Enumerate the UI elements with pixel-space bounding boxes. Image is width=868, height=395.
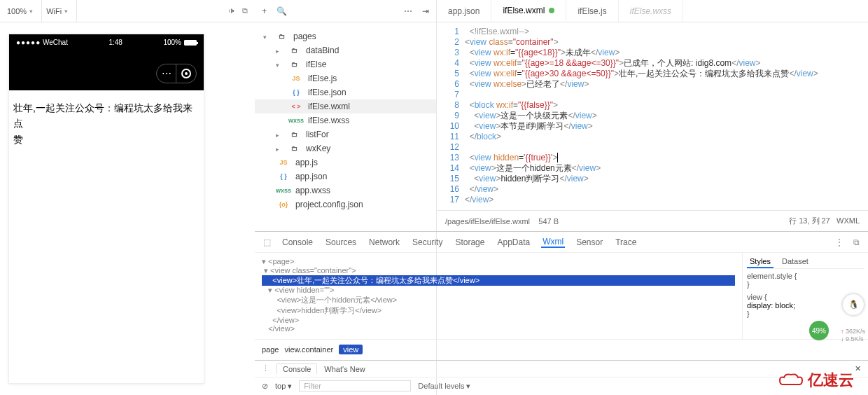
capsule-menu[interactable]: ⋯ [156, 64, 197, 83]
folder-wxkey[interactable]: 🗀wxKey [255, 141, 436, 155]
tab-ifelse-wxml[interactable]: ifElse.wxml [491, 0, 566, 22]
inspect-icon[interactable]: ⬚ [263, 237, 271, 247]
signal-icon: ●●●●● [16, 39, 41, 46]
dock-icon[interactable]: ⧉ [853, 237, 860, 247]
chevron-down-icon: ▾ [29, 8, 33, 15]
breadcrumb: page view.container view [255, 339, 868, 359]
battery-icon [184, 40, 197, 46]
file-app-wxss[interactable]: wxssapp.wxss [255, 183, 436, 198]
simulator-toolbar: 100%▾ WiFi▾ 🕩 ⧉ [0, 0, 255, 22]
tab-ifelse-wxss[interactable]: ifElse.wxss [619, 0, 683, 22]
folder-icon: 🗀 [286, 145, 302, 152]
phone-statusbar: ●●●●● WeChat 1:48 100% ⋯ [9, 34, 204, 90]
mute-icon[interactable]: 🕩 [227, 6, 235, 15]
folder-icon: 🗀 [286, 131, 302, 138]
console-tab[interactable]: Console [276, 363, 317, 374]
scope-select[interactable]: top ▾ [275, 382, 292, 391]
modified-dot-icon [549, 8, 554, 13]
tab-sources[interactable]: Sources [324, 237, 358, 247]
new-file-icon[interactable]: + [262, 6, 267, 16]
tab-sensor[interactable]: Sensor [575, 237, 604, 247]
file-app-json[interactable]: { }app.json [255, 169, 436, 183]
tab-ifelse-js[interactable]: ifElse.js [566, 0, 618, 22]
json-icon: { } [288, 89, 304, 96]
editor-tabs: app.json ifElse.wxml ifElse.js ifElse.wx… [437, 0, 868, 22]
watermark-logo: 亿速云 [777, 370, 854, 391]
dom-tree[interactable]: ▾ <page> ▾ <view class="container"> <vie… [255, 253, 742, 339]
close-icon[interactable]: ✕ [855, 364, 861, 373]
battery-label: 100% [163, 39, 181, 46]
tab-app-json[interactable]: app.json [437, 0, 491, 22]
devtools-panel: ⬚ Console Sources Network Security Stora… [255, 231, 868, 360]
wxss-icon: wxss [288, 117, 304, 124]
phone-preview: ●●●●● WeChat 1:48 100% ⋯ 壮年,一起关注公众号：编程坑太… [8, 34, 204, 384]
rotate-icon[interactable]: ⧉ [242, 6, 248, 15]
chevron-down-icon: ▾ [64, 8, 68, 15]
crumb-page[interactable]: page [262, 345, 279, 354]
code-editor: app.json ifElse.wxml ifElse.js ifElse.wx… [437, 0, 868, 231]
wxml-icon: < > [288, 103, 304, 110]
crumb-container[interactable]: view.container [284, 345, 333, 354]
code-area[interactable]: 1234567891011121314151617 <!ifElse.wxml-… [437, 22, 868, 205]
file-ifelse-wxss[interactable]: wxssifElse.wxss [255, 113, 436, 127]
zoom-select[interactable]: 100%▾ [7, 0, 42, 22]
file-project-config[interactable]: {o}project.config.json [255, 198, 436, 212]
dom-selected-node[interactable]: <view>壮年,一起关注公众号：编程坑太多给我来点赞</view> [262, 275, 735, 286]
file-path: /pages/ifElse/ifElse.wxml [445, 217, 530, 226]
more-icon[interactable]: ⋯ [404, 6, 412, 16]
folder-icon: 🗀 [286, 61, 302, 68]
collapse-icon[interactable]: ⇥ [422, 6, 429, 16]
line-gutter: 1234567891011121314151617 [437, 27, 465, 205]
tab-security[interactable]: Security [411, 237, 444, 247]
folder-listfor[interactable]: 🗀listFor [255, 127, 436, 141]
tab-storage[interactable]: Storage [454, 237, 486, 247]
tab-appdata[interactable]: AppData [496, 237, 531, 247]
console-drawer: ⋮ Console What's New ✕ ⊘ top ▾ Filter De… [255, 360, 868, 395]
net-speed: 362K/s 9.5K/s [841, 328, 865, 343]
status-circle[interactable]: 49% [809, 321, 829, 340]
styles-tab[interactable]: Styles [747, 256, 774, 268]
drawer-toggle-icon[interactable]: ⋮ [262, 364, 270, 373]
qq-icon[interactable]: 🐧 [843, 294, 864, 315]
config-icon: {o} [276, 201, 291, 208]
wxss-icon: wxss [276, 187, 291, 194]
tab-trace[interactable]: Trace [614, 237, 638, 247]
folder-ifelse[interactable]: 🗀ifElse [255, 57, 436, 71]
target-icon[interactable] [176, 64, 196, 83]
crumb-view[interactable]: view [339, 345, 363, 354]
file-ifelse-wxml[interactable]: < >ifElse.wxml [255, 99, 436, 113]
more-icon[interactable]: ⋮ [835, 237, 844, 247]
folder-icon: 🗀 [286, 47, 302, 54]
time-label: 1:48 [108, 39, 122, 46]
editor-statusbar: /pages/ifElse/ifElse.wxml 547 B 行 13, 列 … [437, 210, 868, 231]
js-icon: JS [288, 75, 304, 82]
folder-pages[interactable]: 🗀pages [255, 29, 436, 43]
whatsnew-tab[interactable]: What's New [324, 365, 365, 373]
json-icon: { } [276, 173, 291, 180]
js-icon: JS [276, 159, 291, 166]
page-content: 壮年,一起关注公众号：编程坑太多给我来点 赞 [9, 90, 204, 157]
network-select[interactable]: WiFi▾ [46, 0, 77, 22]
filter-input[interactable]: Filter [299, 380, 411, 391]
language-label: WXML [836, 216, 860, 225]
file-ifelse-json[interactable]: { }ifElse.json [255, 85, 436, 99]
dataset-tab[interactable]: Dataset [779, 256, 811, 268]
tab-network[interactable]: Network [368, 237, 401, 247]
file-size: 547 B [538, 217, 559, 226]
cursor-position: 行 13, 列 27 [789, 216, 830, 225]
search-icon[interactable]: 🔍 [276, 6, 287, 16]
carrier-label: WeChat [43, 39, 68, 46]
folder-databind[interactable]: 🗀dataBind [255, 43, 436, 57]
levels-select[interactable]: Default levels ▾ [418, 382, 470, 391]
folder-icon: 🗀 [274, 33, 289, 40]
file-ifelse-js[interactable]: JSifElse.js [255, 71, 436, 85]
tab-console[interactable]: Console [281, 237, 314, 247]
more-icon[interactable]: ⋯ [157, 64, 176, 83]
file-app-js[interactable]: JSapp.js [255, 155, 436, 169]
tab-wxml[interactable]: Wxml [541, 237, 565, 248]
clear-icon[interactable]: ⊘ [262, 382, 268, 391]
